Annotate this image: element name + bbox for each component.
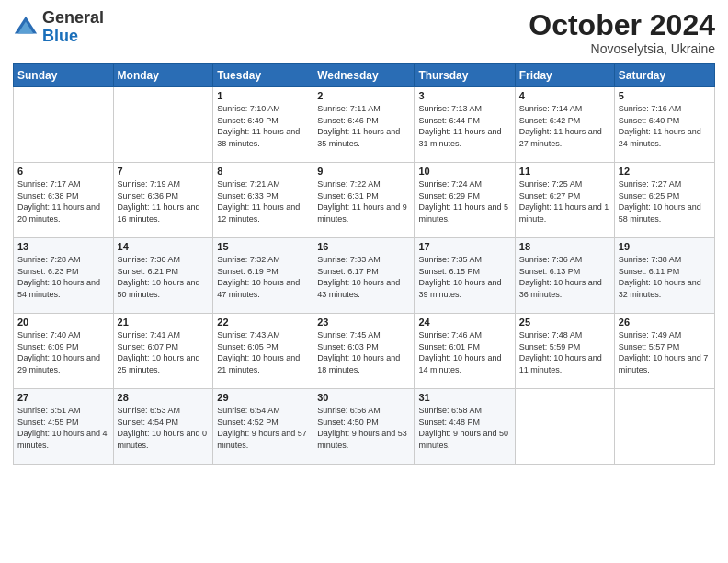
week-row-5: 27Sunrise: 6:51 AM Sunset: 4:55 PM Dayli…: [14, 389, 715, 465]
day-info: Sunrise: 7:17 AM Sunset: 6:38 PM Dayligh…: [17, 178, 109, 224]
day-info: Sunrise: 6:53 AM Sunset: 4:54 PM Dayligh…: [118, 405, 210, 451]
day-number: 30: [317, 392, 410, 403]
calendar-cell: 17Sunrise: 7:35 AM Sunset: 6:15 PM Dayli…: [415, 238, 515, 314]
calendar-cell: 24Sunrise: 7:46 AM Sunset: 6:01 PM Dayli…: [415, 314, 515, 389]
calendar-cell: 31Sunrise: 6:58 AM Sunset: 4:48 PM Dayli…: [415, 389, 515, 465]
calendar-cell: 14Sunrise: 7:30 AM Sunset: 6:21 PM Dayli…: [113, 238, 213, 314]
header-tuesday: Tuesday: [213, 64, 313, 87]
calendar-cell: 8Sunrise: 7:21 AM Sunset: 6:33 PM Daylig…: [213, 163, 313, 238]
day-info: Sunrise: 7:13 AM Sunset: 6:44 PM Dayligh…: [418, 103, 510, 149]
calendar-cell: 10Sunrise: 7:24 AM Sunset: 6:29 PM Dayli…: [415, 163, 515, 238]
day-info: Sunrise: 7:25 AM Sunset: 6:27 PM Dayligh…: [519, 178, 610, 224]
day-info: Sunrise: 7:33 AM Sunset: 6:17 PM Dayligh…: [317, 254, 410, 300]
day-info: Sunrise: 7:28 AM Sunset: 6:23 PM Dayligh…: [17, 254, 109, 300]
day-number: 19: [619, 241, 711, 252]
day-info: Sunrise: 7:22 AM Sunset: 6:31 PM Dayligh…: [317, 178, 410, 224]
day-number: 28: [118, 392, 210, 403]
day-info: Sunrise: 7:27 AM Sunset: 6:25 PM Dayligh…: [619, 178, 711, 224]
week-row-4: 20Sunrise: 7:40 AM Sunset: 6:09 PM Dayli…: [14, 314, 715, 389]
header-saturday: Saturday: [614, 64, 714, 87]
day-info: Sunrise: 7:35 AM Sunset: 6:15 PM Dayligh…: [418, 254, 510, 300]
day-number: 18: [519, 241, 610, 252]
day-info: Sunrise: 7:38 AM Sunset: 6:11 PM Dayligh…: [619, 254, 711, 300]
day-number: 9: [317, 166, 410, 177]
week-row-2: 6Sunrise: 7:17 AM Sunset: 6:38 PM Daylig…: [14, 163, 715, 238]
calendar-cell: 9Sunrise: 7:22 AM Sunset: 6:31 PM Daylig…: [313, 163, 415, 238]
day-number: 31: [418, 392, 510, 403]
day-info: Sunrise: 7:19 AM Sunset: 6:36 PM Dayligh…: [118, 178, 210, 224]
calendar-cell: 12Sunrise: 7:27 AM Sunset: 6:25 PM Dayli…: [614, 163, 714, 238]
day-info: Sunrise: 7:32 AM Sunset: 6:19 PM Dayligh…: [217, 254, 309, 300]
day-info: Sunrise: 7:30 AM Sunset: 6:21 PM Dayligh…: [118, 254, 210, 300]
title-block: October 2024 Novoselytsia, Ukraine: [529, 9, 715, 56]
month-title: October 2024: [529, 9, 715, 41]
calendar-cell: 19Sunrise: 7:38 AM Sunset: 6:11 PM Dayli…: [614, 238, 714, 314]
logo: General Blue: [13, 9, 104, 46]
day-number: 22: [217, 316, 309, 327]
day-number: 26: [619, 316, 711, 327]
weekday-header-row: Sunday Monday Tuesday Wednesday Thursday…: [14, 64, 715, 87]
day-number: 17: [418, 241, 510, 252]
header-sunday: Sunday: [14, 64, 114, 87]
calendar-cell: 25Sunrise: 7:48 AM Sunset: 5:59 PM Dayli…: [515, 314, 614, 389]
day-number: 7: [118, 166, 210, 177]
calendar-cell: 26Sunrise: 7:49 AM Sunset: 5:57 PM Dayli…: [614, 314, 714, 389]
day-info: Sunrise: 7:10 AM Sunset: 6:49 PM Dayligh…: [217, 103, 309, 149]
day-number: 14: [118, 241, 210, 252]
page-header: General Blue October 2024 Novoselytsia, …: [13, 9, 715, 56]
day-info: Sunrise: 7:11 AM Sunset: 6:46 PM Dayligh…: [317, 103, 410, 149]
day-info: Sunrise: 6:58 AM Sunset: 4:48 PM Dayligh…: [418, 405, 510, 451]
calendar-cell: [14, 87, 114, 163]
day-number: 29: [217, 392, 309, 403]
day-info: Sunrise: 6:51 AM Sunset: 4:55 PM Dayligh…: [17, 405, 109, 451]
day-info: Sunrise: 7:43 AM Sunset: 6:05 PM Dayligh…: [217, 329, 309, 375]
day-number: 11: [519, 166, 610, 177]
day-info: Sunrise: 7:40 AM Sunset: 6:09 PM Dayligh…: [17, 329, 109, 375]
header-wednesday: Wednesday: [313, 64, 415, 87]
day-number: 27: [17, 392, 109, 403]
day-info: Sunrise: 7:36 AM Sunset: 6:13 PM Dayligh…: [519, 254, 610, 300]
day-info: Sunrise: 7:14 AM Sunset: 6:42 PM Dayligh…: [519, 103, 610, 149]
header-friday: Friday: [515, 64, 614, 87]
day-number: 10: [418, 166, 510, 177]
day-number: 1: [217, 90, 309, 101]
calendar-cell: 5Sunrise: 7:16 AM Sunset: 6:40 PM Daylig…: [614, 87, 714, 163]
day-info: Sunrise: 6:56 AM Sunset: 4:50 PM Dayligh…: [317, 405, 410, 451]
logo-general: General: [42, 8, 104, 27]
header-monday: Monday: [113, 64, 213, 87]
day-number: 5: [619, 90, 711, 101]
calendar-cell: 7Sunrise: 7:19 AM Sunset: 6:36 PM Daylig…: [113, 163, 213, 238]
week-row-1: 1Sunrise: 7:10 AM Sunset: 6:49 PM Daylig…: [14, 87, 715, 163]
day-info: Sunrise: 7:48 AM Sunset: 5:59 PM Dayligh…: [519, 329, 610, 375]
calendar: Sunday Monday Tuesday Wednesday Thursday…: [13, 63, 715, 465]
logo-blue: Blue: [42, 27, 78, 45]
day-info: Sunrise: 6:54 AM Sunset: 4:52 PM Dayligh…: [217, 405, 309, 451]
day-number: 24: [418, 316, 510, 327]
calendar-cell: 3Sunrise: 7:13 AM Sunset: 6:44 PM Daylig…: [415, 87, 515, 163]
day-info: Sunrise: 7:45 AM Sunset: 6:03 PM Dayligh…: [317, 329, 410, 375]
calendar-cell: 20Sunrise: 7:40 AM Sunset: 6:09 PM Dayli…: [14, 314, 114, 389]
calendar-cell: 30Sunrise: 6:56 AM Sunset: 4:50 PM Dayli…: [313, 389, 415, 465]
calendar-cell: 6Sunrise: 7:17 AM Sunset: 6:38 PM Daylig…: [14, 163, 114, 238]
day-number: 3: [418, 90, 510, 101]
week-row-3: 13Sunrise: 7:28 AM Sunset: 6:23 PM Dayli…: [14, 238, 715, 314]
day-number: 23: [317, 316, 410, 327]
calendar-cell: 18Sunrise: 7:36 AM Sunset: 6:13 PM Dayli…: [515, 238, 614, 314]
header-thursday: Thursday: [415, 64, 515, 87]
day-number: 4: [519, 90, 610, 101]
calendar-cell: [113, 87, 213, 163]
calendar-cell: 11Sunrise: 7:25 AM Sunset: 6:27 PM Dayli…: [515, 163, 614, 238]
day-number: 25: [519, 316, 610, 327]
calendar-cell: 2Sunrise: 7:11 AM Sunset: 6:46 PM Daylig…: [313, 87, 415, 163]
day-number: 12: [619, 166, 711, 177]
day-info: Sunrise: 7:49 AM Sunset: 5:57 PM Dayligh…: [619, 329, 711, 375]
calendar-cell: 22Sunrise: 7:43 AM Sunset: 6:05 PM Dayli…: [213, 314, 313, 389]
calendar-cell: [614, 389, 714, 465]
day-number: 8: [217, 166, 309, 177]
calendar-cell: 16Sunrise: 7:33 AM Sunset: 6:17 PM Dayli…: [313, 238, 415, 314]
calendar-cell: [515, 389, 614, 465]
day-number: 21: [118, 316, 210, 327]
calendar-cell: 27Sunrise: 6:51 AM Sunset: 4:55 PM Dayli…: [14, 389, 114, 465]
day-info: Sunrise: 7:24 AM Sunset: 6:29 PM Dayligh…: [418, 178, 510, 224]
calendar-cell: 28Sunrise: 6:53 AM Sunset: 4:54 PM Dayli…: [113, 389, 213, 465]
